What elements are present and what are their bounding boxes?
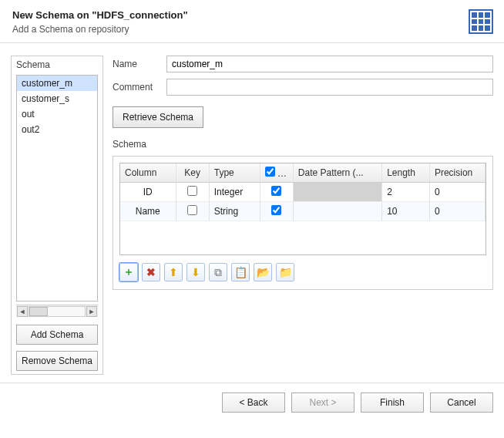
arrow-down-icon: ⬇ (191, 266, 200, 278)
scroll-left-icon[interactable]: ◄ (17, 306, 28, 317)
col-header-date-pattern[interactable]: Date Pattern (... (293, 163, 381, 183)
scroll-right-icon[interactable]: ► (86, 306, 97, 317)
dialog-subtitle: Add a Schema on repository (12, 24, 492, 35)
copy-icon: ⧉ (214, 266, 222, 279)
retrieve-schema-button[interactable]: Retrieve Schema (113, 106, 203, 128)
dialog-header: New Schema on "HDFS_connection" Add a Sc… (0, 0, 504, 43)
dialog-footer: < Back Next > Finish Cancel (0, 382, 504, 422)
schema-list-item[interactable]: out (17, 106, 97, 122)
col-header-nullable[interactable]: N.. (260, 163, 293, 183)
cell-nullable[interactable] (260, 202, 293, 221)
cell-column[interactable]: Name (120, 202, 176, 221)
cancel-button[interactable]: Cancel (430, 393, 493, 413)
key-checkbox[interactable] (187, 205, 197, 215)
back-button[interactable]: < Back (222, 393, 285, 413)
cell-length[interactable]: 2 (382, 183, 430, 202)
cell-nullable[interactable] (260, 183, 293, 202)
schema-list-item[interactable]: customer_s (17, 91, 97, 106)
col-header-column[interactable]: Column (120, 163, 176, 183)
scroll-thumb[interactable] (29, 307, 48, 316)
schema-detail-panel: Name Comment Retrieve Schema Schema (113, 56, 493, 375)
schema-toolbar: ＋ ✖ ⬆ ⬇ ⧉ 📋 📂 📁 (119, 263, 486, 281)
comment-label: Comment (113, 82, 160, 93)
schema-list[interactable]: customer_mcustomer_soutout2 (16, 75, 98, 302)
remove-schema-button[interactable]: Remove Schema (16, 351, 98, 371)
schema-list-item[interactable]: out2 (17, 122, 97, 137)
scroll-track[interactable] (29, 306, 86, 317)
cell-type[interactable]: Integer (209, 183, 260, 202)
key-checkbox[interactable] (187, 186, 197, 196)
import-button[interactable]: 📂 (254, 263, 272, 281)
col-header-type[interactable]: Type (209, 163, 260, 183)
schema-list-scrollbar[interactable]: ◄ ► (16, 305, 98, 317)
dialog-title: New Schema on "HDFS_connection" (12, 9, 492, 21)
cell-precision[interactable]: 0 (429, 183, 485, 202)
schema-list-item[interactable]: customer_m (17, 76, 97, 91)
schema-list-panel: Schema customer_mcustomer_soutout2 ◄ ► A… (11, 56, 103, 375)
add-schema-button[interactable]: Add Schema (16, 325, 98, 345)
comment-input[interactable] (166, 79, 493, 96)
delete-row-button[interactable]: ✖ (142, 263, 160, 281)
export-button[interactable]: 📁 (276, 263, 294, 281)
col-header-length[interactable]: Length (382, 163, 430, 183)
nullable-header-text: N.. (277, 168, 289, 179)
table-row[interactable]: NameString100 (120, 202, 486, 221)
arrow-up-icon: ⬆ (169, 266, 178, 278)
nullable-header-checkbox[interactable] (265, 167, 275, 177)
cell-date-pattern[interactable] (293, 183, 381, 202)
nullable-checkbox[interactable] (271, 186, 281, 196)
plus-icon: ＋ (123, 265, 134, 279)
cell-date-pattern[interactable] (293, 202, 381, 221)
nullable-checkbox[interactable] (271, 205, 281, 215)
paste-icon: 📋 (234, 266, 247, 278)
next-button: Next > (291, 393, 354, 413)
cell-key[interactable] (176, 202, 209, 221)
col-header-key[interactable]: Key (176, 163, 209, 183)
schema-list-title: Schema (12, 56, 102, 73)
cell-type[interactable]: String (209, 202, 260, 221)
cell-key[interactable] (176, 183, 209, 202)
export-icon: 📁 (279, 266, 292, 278)
table-grid-icon (469, 9, 493, 34)
schema-box: Column Key Type N.. Date Pattern (... Le… (113, 156, 493, 290)
col-header-precision[interactable]: Precision (429, 163, 485, 183)
move-down-button[interactable]: ⬇ (186, 263, 205, 281)
move-up-button[interactable]: ⬆ (164, 263, 183, 281)
delete-icon: ✖ (146, 266, 156, 278)
schema-section-title: Schema (113, 139, 493, 150)
name-label: Name (113, 59, 160, 69)
name-input[interactable] (166, 56, 493, 72)
import-icon: 📂 (257, 266, 270, 278)
cell-length[interactable]: 10 (382, 202, 430, 221)
cell-precision[interactable]: 0 (429, 202, 485, 221)
schema-grid[interactable]: Column Key Type N.. Date Pattern (... Le… (119, 163, 486, 255)
grid-header-row: Column Key Type N.. Date Pattern (... Le… (120, 163, 486, 183)
copy-button[interactable]: ⧉ (209, 263, 227, 281)
paste-button[interactable]: 📋 (231, 263, 250, 281)
finish-button[interactable]: Finish (361, 393, 424, 413)
add-row-button[interactable]: ＋ (119, 263, 138, 281)
cell-column[interactable]: ID (120, 183, 176, 202)
table-row[interactable]: IDInteger20 (120, 183, 486, 202)
